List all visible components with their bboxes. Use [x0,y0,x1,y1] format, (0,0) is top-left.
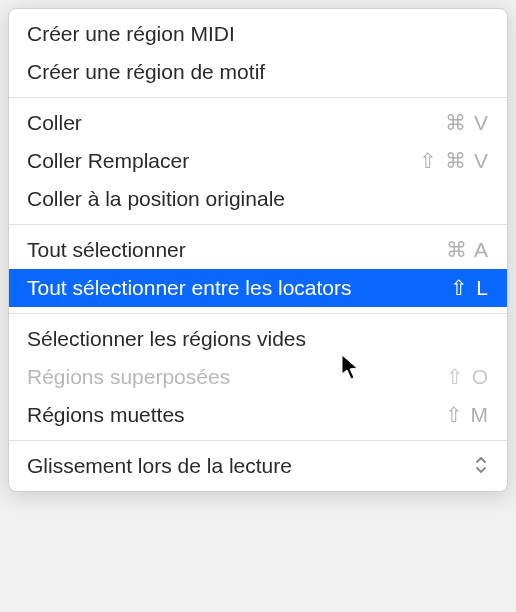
menu-item-create-midi-region[interactable]: Créer une région MIDI [9,15,507,53]
chevron-up-down-icon [473,456,489,477]
menu-separator [9,313,507,314]
menu-separator [9,224,507,225]
menu-item-paste-original-position[interactable]: Coller à la position originale [9,180,507,218]
menu-item-shortcut: ⇧ L [450,276,489,300]
menu-item-label: Coller [27,111,82,135]
menu-item-select-all[interactable]: Tout sélectionner ⌘ A [9,231,507,269]
menu-item-label: Régions muettes [27,403,185,427]
menu-item-select-empty-regions[interactable]: Sélectionner les régions vides [9,320,507,358]
menu-item-label: Coller Remplacer [27,149,189,173]
menu-item-label: Coller à la position originale [27,187,285,211]
menu-item-select-all-between-locators[interactable]: Tout sélectionner entre les locators ⇧ L [9,269,507,307]
menu-item-shortcut: ⇧ M [445,403,489,427]
menu-separator [9,440,507,441]
context-menu: Créer une région MIDI Créer une région d… [8,8,508,492]
menu-item-label: Régions superposées [27,365,230,389]
menu-item-muted-regions[interactable]: Régions muettes ⇧ M [9,396,507,434]
menu-item-label: Créer une région MIDI [27,22,235,46]
menu-item-shortcut: ⌘ V [445,111,489,135]
menu-item-shortcut: ⌘ A [446,238,489,262]
menu-item-label: Sélectionner les régions vides [27,327,306,351]
menu-item-overlapped-regions: Régions superposées ⇧ O [9,358,507,396]
menu-item-label: Glissement lors de la lecture [27,454,292,478]
menu-item-shortcut: ⇧ ⌘ V [419,149,489,173]
menu-item-label: Créer une région de motif [27,60,265,84]
menu-separator [9,97,507,98]
menu-item-create-pattern-region[interactable]: Créer une région de motif [9,53,507,91]
menu-item-paste[interactable]: Coller ⌘ V [9,104,507,142]
menu-item-label: Tout sélectionner entre les locators [27,276,352,300]
menu-item-paste-replace[interactable]: Coller Remplacer ⇧ ⌘ V [9,142,507,180]
menu-item-shortcut: ⇧ O [446,365,489,389]
menu-item-scroll-in-play[interactable]: Glissement lors de la lecture [9,447,507,485]
menu-item-label: Tout sélectionner [27,238,186,262]
